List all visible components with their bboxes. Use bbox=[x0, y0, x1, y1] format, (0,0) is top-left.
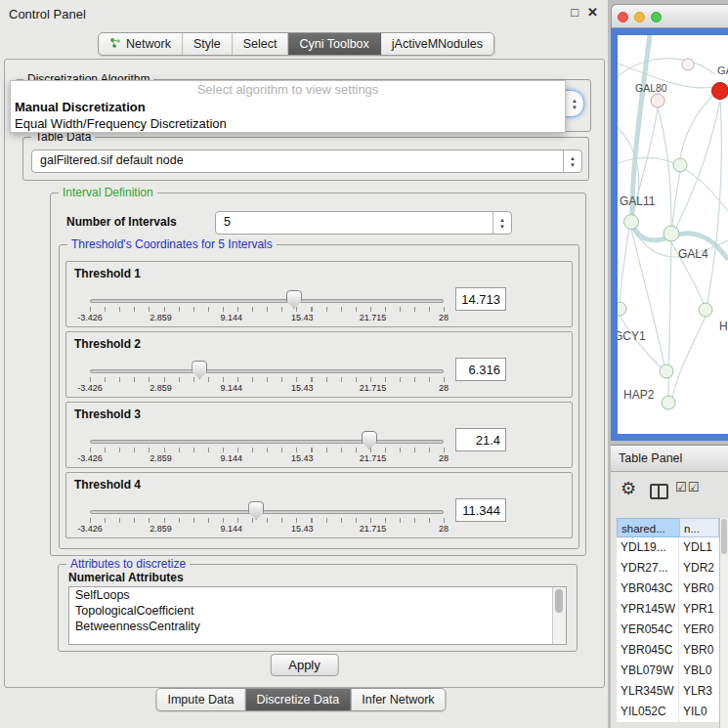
cell: YIL052C bbox=[617, 702, 679, 722]
tick-label: 9.144 bbox=[221, 383, 243, 393]
scrollbar-thumb[interactable] bbox=[721, 519, 727, 554]
tick-label: 9.144 bbox=[221, 524, 243, 534]
column-header-shared-name[interactable]: shared... bbox=[617, 518, 679, 537]
node-gal4[interactable] bbox=[664, 226, 679, 241]
table-data-combobox[interactable]: galFiltered.sif default node ▲▼ bbox=[31, 150, 582, 173]
table-row[interactable]: YDL19... YDL1 bbox=[617, 537, 719, 558]
thresholds-group: Threshold's Coordinates for 5 Intervals … bbox=[59, 244, 579, 549]
node[interactable] bbox=[682, 59, 694, 70]
table-row[interactable]: YER054C YER0 bbox=[617, 620, 719, 640]
node-gal11[interactable] bbox=[624, 215, 639, 230]
cell: YBL0 bbox=[679, 661, 719, 681]
table-row[interactable]: YBR043C YBR0 bbox=[617, 578, 719, 599]
algorithm-option-equal-width[interactable]: Equal Width/Frequency Discretization bbox=[11, 115, 565, 132]
tick-label: -3.426 bbox=[77, 313, 103, 322]
tab-style[interactable]: Style bbox=[183, 33, 233, 55]
tick-label: 28 bbox=[439, 383, 449, 393]
table-row[interactable]: YIL052C YIL0 bbox=[617, 702, 719, 722]
select-columns-icons[interactable]: ☑☑ bbox=[675, 480, 700, 494]
threshold-3-input[interactable]: 21.4 bbox=[455, 428, 506, 451]
columns-icon[interactable] bbox=[650, 484, 668, 499]
bottom-tab-strip: Impute Data Discretize Data Infer Networ… bbox=[155, 688, 446, 711]
gear-icon[interactable]: ⚙ bbox=[621, 478, 636, 499]
threshold-1-slider[interactable]: -3.426 2.859 9.144 15.43 21.715 28 bbox=[90, 262, 444, 326]
table-row[interactable]: YBL079W YBL0 bbox=[617, 661, 719, 681]
attributes-group: Attributes to discretize Numerical Attri… bbox=[58, 564, 578, 652]
tab-cyni-toolbox[interactable]: Cyni Toolbox bbox=[288, 33, 380, 55]
network-window: GAL80 GA GAL11 GAL4 GCY1 H HAP2 bbox=[611, 4, 728, 441]
network-view-frame: GAL80 GA GAL11 GAL4 GCY1 H HAP2 bbox=[611, 28, 728, 441]
network-canvas[interactable]: GAL80 GA GAL11 GAL4 GCY1 H HAP2 bbox=[618, 35, 728, 434]
tab-network-label: Network bbox=[126, 37, 171, 51]
tab-jactivemnodules[interactable]: jActiveMNodules bbox=[381, 33, 493, 55]
node[interactable] bbox=[673, 158, 687, 172]
list-item[interactable]: SelfLoops bbox=[69, 587, 566, 603]
node-label-gal80: GAL80 bbox=[635, 82, 667, 94]
number-of-intervals-combobox[interactable]: 5 ▲▼ bbox=[215, 211, 512, 235]
network-graph: GAL80 GA GAL11 GAL4 GCY1 H HAP2 bbox=[618, 35, 728, 434]
tab-impute-data[interactable]: Impute Data bbox=[156, 689, 245, 710]
zoom-traffic-light[interactable] bbox=[651, 12, 662, 22]
table-row[interactable]: YPR145W YPR1 bbox=[617, 599, 719, 620]
list-scrollbar[interactable] bbox=[552, 587, 566, 644]
tick-label: 28 bbox=[439, 313, 449, 322]
threshold-4-panel: Threshold 4 -3.426 2.859 9.144 15.43 21.… bbox=[65, 472, 573, 538]
threshold-4-slider[interactable]: -3.426 2.859 9.144 15.43 21.715 28 bbox=[90, 473, 444, 537]
network-window-titlebar[interactable] bbox=[611, 4, 728, 28]
tick-label: 15.43 bbox=[291, 383, 314, 393]
tab-discretize-data-label: Discretize Data bbox=[257, 693, 340, 707]
tab-network[interactable]: Network bbox=[99, 33, 183, 55]
float-window-icon[interactable]: □ bbox=[571, 5, 578, 20]
cell: YER0 bbox=[679, 620, 719, 640]
slider-track[interactable] bbox=[90, 299, 444, 303]
threshold-4-input[interactable]: 11.344 bbox=[455, 498, 506, 522]
apply-button[interactable]: Apply bbox=[270, 654, 339, 676]
node-hap2[interactable] bbox=[660, 364, 673, 378]
algorithm-option-manual[interactable]: Manual Discretization bbox=[11, 99, 565, 115]
cell: YLR3 bbox=[679, 681, 719, 702]
cell: YDR2 bbox=[679, 558, 719, 578]
slider-track[interactable] bbox=[90, 510, 444, 514]
control-panel: Control Panel □ ✕ Network Style Select C… bbox=[0, 0, 608, 728]
table-row[interactable]: YBR045C YBR0 bbox=[617, 640, 719, 661]
tab-discretize-data[interactable]: Discretize Data bbox=[246, 689, 352, 710]
node-gal80[interactable] bbox=[651, 94, 664, 107]
tick-label: -3.426 bbox=[77, 383, 103, 393]
minimize-traffic-light[interactable] bbox=[634, 12, 645, 22]
node[interactable] bbox=[662, 396, 675, 409]
table-panel-title: Table Panel bbox=[611, 446, 728, 471]
node[interactable] bbox=[699, 303, 712, 317]
threshold-1-input[interactable]: 14.713 bbox=[455, 287, 506, 311]
cell: YDR27... bbox=[617, 558, 679, 578]
tab-infer-network[interactable]: Infer Network bbox=[351, 689, 445, 710]
tick-label: 15.43 bbox=[291, 524, 314, 534]
tick-label: 21.715 bbox=[360, 453, 387, 463]
tab-select[interactable]: Select bbox=[233, 33, 289, 55]
threshold-3-slider[interactable]: -3.426 2.859 9.144 15.43 21.715 28 bbox=[90, 403, 444, 467]
table-row[interactable]: YLR345W YLR3 bbox=[617, 681, 719, 702]
table-row[interactable]: YDR27... YDR2 bbox=[617, 558, 719, 578]
close-traffic-light[interactable] bbox=[618, 12, 628, 22]
algorithm-dropdown: Select algorithm to view settings Manual… bbox=[10, 80, 566, 133]
tab-jactivemnodules-label: jActiveMNodules bbox=[392, 37, 483, 51]
list-item[interactable]: TopologicalCoefficient bbox=[69, 603, 566, 619]
tick-label: -3.426 bbox=[77, 453, 103, 463]
scrollbar-thumb[interactable] bbox=[555, 589, 563, 613]
slider-track[interactable] bbox=[90, 369, 444, 373]
tick-label: 2.859 bbox=[150, 524, 172, 534]
column-header-name[interactable]: n... bbox=[679, 518, 719, 537]
list-item[interactable]: BetweennessCentrality bbox=[69, 619, 566, 634]
cell: YBR043C bbox=[617, 578, 679, 599]
network-tab-icon bbox=[109, 37, 121, 52]
slider-ticks bbox=[90, 307, 445, 312]
node-gcy1[interactable] bbox=[618, 302, 626, 316]
threshold-2-slider[interactable]: -3.426 2.859 9.144 15.43 21.715 28 bbox=[90, 332, 444, 397]
close-icon[interactable]: ✕ bbox=[587, 5, 598, 20]
slider-ticks bbox=[90, 448, 445, 452]
table-scrollbar[interactable] bbox=[719, 518, 728, 728]
slider-track[interactable] bbox=[90, 440, 444, 444]
cell: YBR045C bbox=[617, 640, 679, 661]
node-highlighted[interactable] bbox=[712, 83, 728, 100]
threshold-2-input[interactable]: 6.316 bbox=[455, 358, 506, 381]
node-table: shared... n... YDL19... YDL1 YDR27... YD… bbox=[617, 518, 719, 722]
